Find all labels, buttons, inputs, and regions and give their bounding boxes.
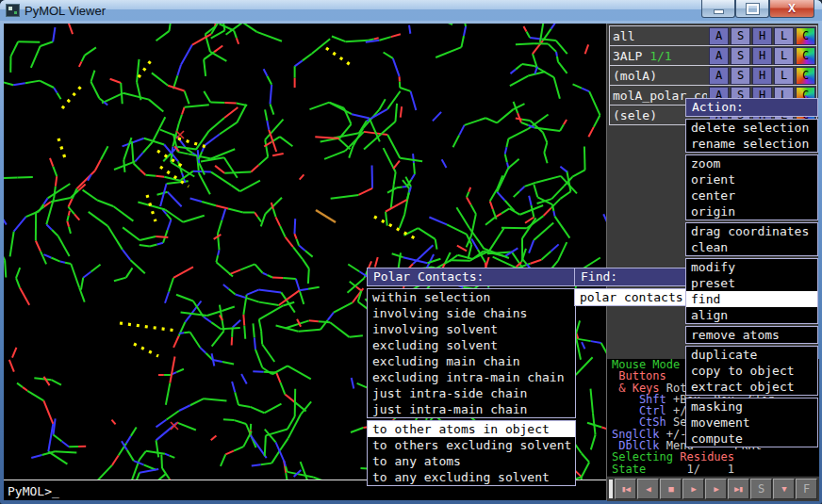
- step-back-button[interactable]: ◀: [637, 479, 659, 499]
- menu-item-origin[interactable]: origin: [686, 203, 817, 219]
- app-icon: [6, 4, 20, 17]
- menu-item-delete-selection[interactable]: delete selection: [686, 120, 817, 136]
- c-button[interactable]: C: [796, 27, 815, 45]
- menu-item-rename-selection[interactable]: rename selection: [686, 136, 817, 152]
- frame-rate-down-button[interactable]: ▼: [773, 479, 795, 499]
- skip-to-end-button[interactable]: ▶▮: [728, 479, 749, 499]
- c-button[interactable]: C: [796, 47, 815, 65]
- a-button[interactable]: A: [709, 47, 729, 65]
- menu-item-drag-coordinates[interactable]: drag coordinates: [686, 223, 817, 239]
- maximize-button[interactable]: [735, 0, 769, 18]
- menu-item-compute[interactable]: compute: [686, 431, 817, 447]
- minimize-button[interactable]: [701, 0, 735, 18]
- menu-find-group: polar contacts: [574, 288, 686, 306]
- menu-item-align[interactable]: align: [686, 307, 817, 323]
- menu-find-title: Find:: [574, 268, 686, 286]
- h-button[interactable]: H: [752, 27, 772, 45]
- ashlc-buttons: ASHLC: [707, 47, 816, 65]
- caption-buttons: X: [701, 0, 814, 18]
- play-button[interactable]: ▶: [682, 479, 704, 499]
- object-name[interactable]: (molA): [610, 69, 707, 83]
- title-bar[interactable]: PyMOL Viewer X: [0, 0, 822, 21]
- s-button[interactable]: S: [731, 27, 750, 45]
- polar-contacts-menu: Polar Contacts:within selectioninvolving…: [367, 268, 576, 486]
- menu-item-within-selection[interactable]: within selection: [368, 289, 575, 305]
- object-row-3alp-: 3ALP 1/1ASHLC: [609, 45, 817, 66]
- menu-item-to-other-atoms-in-object[interactable]: to other atoms in object: [368, 421, 575, 437]
- menu-item-excluding-main-chain[interactable]: excluding main chain: [368, 353, 575, 369]
- menu-item-find[interactable]: find: [686, 291, 817, 307]
- menu-item-movement[interactable]: movement: [686, 415, 817, 431]
- menu-item-to-any-excluding-solvent[interactable]: to any excluding solvent: [368, 469, 575, 485]
- menu-item-to-others-excluding-solvent[interactable]: to others excluding solvent: [368, 437, 575, 453]
- menu-item-remove-atoms[interactable]: remove atoms: [686, 327, 817, 343]
- skip-to-start-button[interactable]: ▮◀: [615, 479, 636, 499]
- h-button[interactable]: H: [752, 67, 772, 85]
- menu-item-excluding-intra-main-chain[interactable]: excluding intra-main chain: [368, 369, 575, 385]
- menu-polar-group: to other atoms in objectto others exclud…: [367, 420, 576, 486]
- menu-polar-title: Polar Contacts:: [367, 268, 576, 286]
- close-icon: X: [788, 2, 796, 15]
- menu-item-clean[interactable]: clean: [686, 239, 817, 255]
- matrix-line: State 1/ 1: [612, 463, 819, 475]
- h-button[interactable]: H: [752, 47, 772, 65]
- menu-item-excluding-solvent[interactable]: excluding solvent: [368, 337, 575, 353]
- menu-action-group: modifypresetfindalign: [685, 258, 818, 324]
- menu-item-involving-side-chains[interactable]: involving side chains: [368, 305, 575, 321]
- stop-button[interactable]: ■: [660, 479, 682, 499]
- menu-item-orient[interactable]: orient: [686, 171, 817, 187]
- action-menu: Action:delete selectionrename selectionz…: [685, 98, 818, 447]
- minimize-icon: [714, 9, 724, 14]
- a-button[interactable]: A: [709, 67, 729, 85]
- s-button[interactable]: S: [731, 67, 750, 85]
- s-button[interactable]: S: [731, 47, 750, 65]
- object-name[interactable]: all: [610, 29, 707, 43]
- object-state-count: 1/1: [649, 49, 671, 63]
- menu-item-polar-contacts[interactable]: polar contacts: [575, 289, 685, 305]
- menu-action-group: maskingmovementcompute: [685, 398, 818, 447]
- step-forward-button[interactable]: ▶: [705, 479, 727, 499]
- menu-item-center[interactable]: center: [686, 187, 817, 203]
- menu-item-modify[interactable]: modify: [686, 259, 817, 275]
- menu-action-group: duplicatecopy to objectextract object: [685, 346, 818, 396]
- menu-action-group: delete selectionrename selection: [685, 119, 818, 153]
- menu-item-to-any-atoms[interactable]: to any atoms: [368, 453, 575, 469]
- menu-action-title: Action:: [685, 98, 818, 117]
- scene-s-button[interactable]: S: [750, 479, 772, 499]
- find-menu: Find:polar contacts: [574, 268, 686, 306]
- a-button[interactable]: A: [709, 27, 729, 45]
- object-name[interactable]: 3ALP 1/1: [610, 49, 707, 63]
- ashlc-buttons: ASHLC: [707, 67, 816, 85]
- c-button[interactable]: C: [796, 67, 815, 85]
- menu-action-group: drag coordinatesclean: [685, 222, 818, 256]
- menu-item-preset[interactable]: preset: [686, 275, 817, 291]
- l-button[interactable]: L: [774, 47, 794, 65]
- maximize-icon: [747, 4, 759, 14]
- playback-controls: ▮◀◀■▶▶▶▮S▼F: [607, 476, 819, 501]
- menu-item-extract-object[interactable]: extract object: [686, 379, 817, 395]
- full-screen-f-button[interactable]: F: [796, 479, 817, 499]
- menu-item-duplicate[interactable]: duplicate: [686, 347, 817, 363]
- menu-action-group: zoomorientcenterorigin: [685, 154, 818, 220]
- menu-item-just-intra-side-chain[interactable]: just intra-side chain: [368, 385, 575, 401]
- menu-item-zoom[interactable]: zoom: [686, 155, 817, 171]
- command-prompt[interactable]: PyMOL>_: [4, 484, 59, 498]
- window-content: PyMOL>_ allASHLC3ALP 1/1ASHLC(molA)ASHLC…: [4, 24, 818, 500]
- menu-action-group: remove atoms: [685, 326, 818, 344]
- l-button[interactable]: L: [774, 67, 794, 85]
- window-title: PyMOL Viewer: [25, 4, 106, 18]
- menu-item-copy-to-object[interactable]: copy to object: [686, 363, 817, 379]
- menu-item-masking[interactable]: masking: [686, 398, 817, 415]
- object-row-all: allASHLC: [609, 25, 817, 46]
- pymol-viewer-window: PyMOL Viewer X PyMOL>_ allASHLC3ALP 1/1A…: [0, 0, 822, 504]
- l-button[interactable]: L: [774, 27, 794, 45]
- menu-polar-group: within selectioninvolving side chainsinv…: [367, 288, 576, 418]
- menu-item-involving-solvent[interactable]: involving solvent: [368, 321, 575, 337]
- object-row--mola-: (molA)ASHLC: [609, 65, 817, 86]
- panel-resize-handle[interactable]: [609, 480, 613, 498]
- menu-item-just-intra-main-chain[interactable]: just intra-main chain: [368, 401, 575, 417]
- close-button[interactable]: X: [769, 0, 814, 18]
- ashlc-buttons: ASHLC: [707, 27, 816, 45]
